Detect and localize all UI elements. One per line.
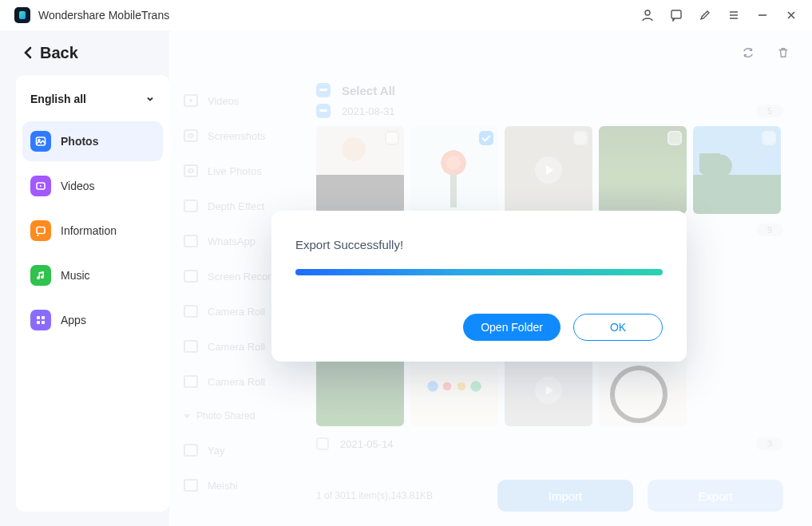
titlebar-actions	[641, 9, 798, 22]
back-label: Back	[40, 44, 78, 62]
videos-icon	[30, 176, 51, 196]
sidebar-item-label: Apps	[61, 314, 86, 326]
feedback-icon[interactable]	[670, 9, 683, 22]
sidebar-item-label: Photos	[61, 135, 98, 148]
svg-rect-9	[42, 321, 45, 324]
titlebar: Wondershare MobileTrans	[0, 0, 812, 30]
sidebar-item-label: Information	[61, 224, 117, 237]
music-icon	[30, 265, 51, 286]
app-logo	[14, 7, 30, 23]
sidebar-item-apps[interactable]: Apps	[22, 300, 163, 340]
sidebar-item-music[interactable]: Music	[22, 255, 163, 295]
chevron-down-icon	[145, 94, 155, 104]
refresh-icon[interactable]	[742, 46, 755, 59]
svg-point-0	[645, 10, 650, 15]
export-success-dialog: Export Successfully! Open Folder OK	[271, 211, 687, 362]
sidebar: English all Photos Videos Information Mu…	[16, 75, 169, 512]
header: Back	[0, 30, 812, 75]
information-icon	[30, 220, 51, 241]
menu-icon[interactable]	[727, 9, 740, 22]
language-label: English all	[30, 93, 86, 105]
chevron-left-icon	[22, 45, 34, 60]
delete-icon[interactable]	[777, 46, 790, 59]
photos-icon	[30, 131, 51, 152]
apps-icon	[30, 310, 51, 330]
minimize-icon[interactable]	[756, 9, 769, 22]
svg-rect-1	[671, 10, 681, 18]
ok-button[interactable]: OK	[573, 314, 663, 341]
svg-rect-7	[42, 316, 45, 319]
sidebar-item-information[interactable]: Information	[22, 211, 163, 251]
dialog-title: Export Successfully!	[295, 238, 663, 251]
sidebar-item-photos[interactable]: Photos	[22, 121, 163, 161]
edit-icon[interactable]	[699, 9, 711, 22]
progress-bar	[295, 269, 663, 275]
close-icon[interactable]	[785, 9, 798, 22]
sidebar-item-videos[interactable]: Videos	[22, 166, 163, 206]
app-title: Wondershare MobileTrans	[38, 9, 169, 22]
sidebar-item-label: Music	[61, 269, 90, 282]
svg-rect-6	[37, 316, 40, 319]
back-button[interactable]: Back	[22, 44, 78, 62]
open-folder-button[interactable]: Open Folder	[463, 314, 560, 341]
sidebar-item-label: Videos	[61, 180, 95, 192]
account-icon[interactable]	[641, 9, 654, 22]
svg-rect-5	[37, 227, 45, 234]
language-selector[interactable]: English all	[22, 86, 163, 117]
svg-rect-8	[37, 321, 40, 324]
